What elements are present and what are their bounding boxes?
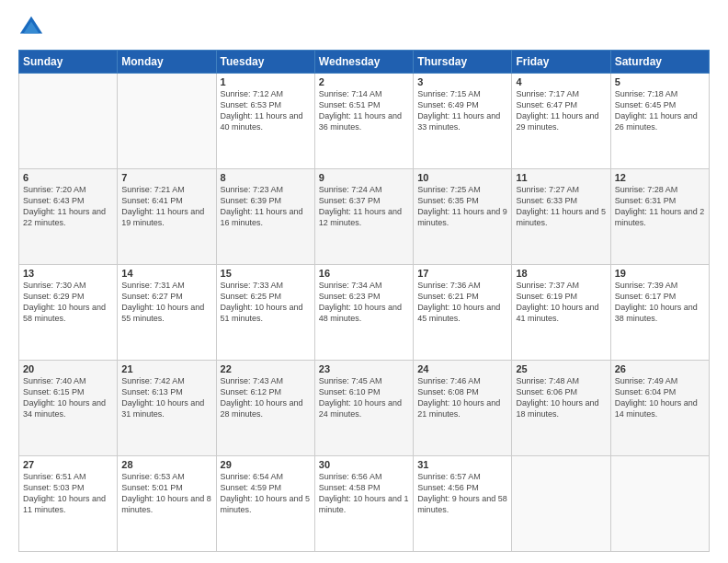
day-info: Sunrise: 7:36 AMSunset: 6:21 PMDaylight:… <box>417 280 507 325</box>
calendar-cell: 9Sunrise: 7:24 AMSunset: 6:37 PMDaylight… <box>314 169 413 265</box>
day-info: Sunrise: 6:51 AMSunset: 5:03 PMDaylight:… <box>23 471 113 516</box>
calendar-cell: 28Sunrise: 6:53 AMSunset: 5:01 PMDayligh… <box>118 456 216 552</box>
day-info: Sunrise: 7:18 AMSunset: 6:45 PMDaylight:… <box>615 88 705 133</box>
day-info: Sunrise: 7:15 AMSunset: 6:49 PMDaylight:… <box>417 88 507 133</box>
day-info: Sunrise: 7:24 AMSunset: 6:37 PMDaylight:… <box>319 184 409 229</box>
day-number: 30 <box>319 459 409 470</box>
calendar-cell <box>118 74 216 169</box>
calendar-cell: 2Sunrise: 7:14 AMSunset: 6:51 PMDaylight… <box>314 74 413 169</box>
day-info: Sunrise: 7:49 AMSunset: 6:04 PMDaylight:… <box>615 375 705 420</box>
day-number: 13 <box>23 268 113 279</box>
calendar-weekday-tuesday: Tuesday <box>216 51 314 74</box>
calendar-cell: 15Sunrise: 7:33 AMSunset: 6:25 PMDayligh… <box>216 265 314 361</box>
day-info: Sunrise: 7:40 AMSunset: 6:15 PMDaylight:… <box>23 375 113 420</box>
page: SundayMondayTuesdayWednesdayThursdayFrid… <box>0 0 728 563</box>
day-info: Sunrise: 7:30 AMSunset: 6:29 PMDaylight:… <box>23 280 113 325</box>
header <box>18 15 710 40</box>
calendar-cell: 27Sunrise: 6:51 AMSunset: 5:03 PMDayligh… <box>19 456 118 552</box>
calendar-cell: 29Sunrise: 6:54 AMSunset: 4:59 PMDayligh… <box>216 456 314 552</box>
day-number: 29 <box>221 459 311 470</box>
day-number: 15 <box>221 268 311 279</box>
day-number: 24 <box>417 363 507 374</box>
day-number: 21 <box>121 363 211 374</box>
calendar-cell: 8Sunrise: 7:23 AMSunset: 6:39 PMDaylight… <box>216 169 314 265</box>
calendar-weekday-monday: Monday <box>118 51 216 74</box>
calendar-table: SundayMondayTuesdayWednesdayThursdayFrid… <box>18 50 710 552</box>
calendar-cell: 3Sunrise: 7:15 AMSunset: 6:49 PMDaylight… <box>414 74 512 169</box>
calendar-cell: 12Sunrise: 7:28 AMSunset: 6:31 PMDayligh… <box>610 169 709 265</box>
day-number: 9 <box>319 172 409 183</box>
day-info: Sunrise: 7:21 AMSunset: 6:41 PMDaylight:… <box>121 184 211 229</box>
day-info: Sunrise: 6:57 AMSunset: 4:56 PMDaylight:… <box>417 471 507 516</box>
calendar-cell: 26Sunrise: 7:49 AMSunset: 6:04 PMDayligh… <box>610 361 709 456</box>
calendar-cell: 20Sunrise: 7:40 AMSunset: 6:15 PMDayligh… <box>19 361 118 456</box>
day-number: 1 <box>221 76 311 87</box>
day-info: Sunrise: 7:43 AMSunset: 6:12 PMDaylight:… <box>221 375 311 420</box>
calendar-cell: 31Sunrise: 6:57 AMSunset: 4:56 PMDayligh… <box>414 456 512 552</box>
calendar-weekday-wednesday: Wednesday <box>314 51 413 74</box>
calendar-cell: 1Sunrise: 7:12 AMSunset: 6:53 PMDaylight… <box>216 74 314 169</box>
calendar-cell: 5Sunrise: 7:18 AMSunset: 6:45 PMDaylight… <box>610 74 709 169</box>
calendar-week-row: 1Sunrise: 7:12 AMSunset: 6:53 PMDaylight… <box>19 74 710 169</box>
calendar-cell: 14Sunrise: 7:31 AMSunset: 6:27 PMDayligh… <box>118 265 216 361</box>
calendar-header-row: SundayMondayTuesdayWednesdayThursdayFrid… <box>19 51 710 74</box>
day-info: Sunrise: 7:34 AMSunset: 6:23 PMDaylight:… <box>319 280 409 325</box>
calendar-cell: 18Sunrise: 7:37 AMSunset: 6:19 PMDayligh… <box>512 265 610 361</box>
day-number: 26 <box>615 363 705 374</box>
calendar-weekday-saturday: Saturday <box>610 51 709 74</box>
day-info: Sunrise: 7:42 AMSunset: 6:13 PMDaylight:… <box>121 375 211 420</box>
day-number: 22 <box>221 363 311 374</box>
calendar-cell: 21Sunrise: 7:42 AMSunset: 6:13 PMDayligh… <box>118 361 216 456</box>
logo <box>18 15 48 40</box>
calendar-cell: 17Sunrise: 7:36 AMSunset: 6:21 PMDayligh… <box>414 265 512 361</box>
calendar-weekday-sunday: Sunday <box>19 51 118 74</box>
calendar-cell: 23Sunrise: 7:45 AMSunset: 6:10 PMDayligh… <box>314 361 413 456</box>
day-info: Sunrise: 7:12 AMSunset: 6:53 PMDaylight:… <box>221 88 311 133</box>
calendar-cell: 11Sunrise: 7:27 AMSunset: 6:33 PMDayligh… <box>512 169 610 265</box>
calendar-cell: 30Sunrise: 6:56 AMSunset: 4:58 PMDayligh… <box>314 456 413 552</box>
calendar-weekday-friday: Friday <box>512 51 610 74</box>
day-number: 10 <box>417 172 507 183</box>
day-info: Sunrise: 7:31 AMSunset: 6:27 PMDaylight:… <box>121 280 211 325</box>
calendar-cell: 25Sunrise: 7:48 AMSunset: 6:06 PMDayligh… <box>512 361 610 456</box>
day-info: Sunrise: 7:46 AMSunset: 6:08 PMDaylight:… <box>417 375 507 420</box>
day-info: Sunrise: 7:23 AMSunset: 6:39 PMDaylight:… <box>221 184 311 229</box>
calendar-cell <box>512 456 610 552</box>
calendar-cell: 4Sunrise: 7:17 AMSunset: 6:47 PMDaylight… <box>512 74 610 169</box>
calendar-cell: 10Sunrise: 7:25 AMSunset: 6:35 PMDayligh… <box>414 169 512 265</box>
day-number: 4 <box>516 76 606 87</box>
day-number: 14 <box>121 268 211 279</box>
day-info: Sunrise: 7:20 AMSunset: 6:43 PMDaylight:… <box>23 184 113 229</box>
day-info: Sunrise: 7:28 AMSunset: 6:31 PMDaylight:… <box>615 184 705 229</box>
calendar-cell: 24Sunrise: 7:46 AMSunset: 6:08 PMDayligh… <box>414 361 512 456</box>
day-number: 11 <box>516 172 606 183</box>
day-number: 23 <box>319 363 409 374</box>
calendar-week-row: 6Sunrise: 7:20 AMSunset: 6:43 PMDaylight… <box>19 169 710 265</box>
calendar-cell <box>19 74 118 169</box>
day-info: Sunrise: 7:27 AMSunset: 6:33 PMDaylight:… <box>516 184 606 229</box>
day-number: 25 <box>516 363 606 374</box>
day-number: 2 <box>319 76 409 87</box>
day-number: 6 <box>23 172 113 183</box>
day-number: 31 <box>417 459 507 470</box>
day-number: 19 <box>615 268 705 279</box>
day-info: Sunrise: 7:14 AMSunset: 6:51 PMDaylight:… <box>319 88 409 133</box>
day-number: 20 <box>23 363 113 374</box>
calendar-cell: 6Sunrise: 7:20 AMSunset: 6:43 PMDaylight… <box>19 169 118 265</box>
day-number: 18 <box>516 268 606 279</box>
calendar-cell: 16Sunrise: 7:34 AMSunset: 6:23 PMDayligh… <box>314 265 413 361</box>
day-info: Sunrise: 7:33 AMSunset: 6:25 PMDaylight:… <box>221 280 311 325</box>
day-number: 12 <box>615 172 705 183</box>
day-number: 7 <box>121 172 211 183</box>
calendar-cell: 19Sunrise: 7:39 AMSunset: 6:17 PMDayligh… <box>610 265 709 361</box>
day-info: Sunrise: 7:37 AMSunset: 6:19 PMDaylight:… <box>516 280 606 325</box>
calendar-week-row: 20Sunrise: 7:40 AMSunset: 6:15 PMDayligh… <box>19 361 710 456</box>
calendar-weekday-thursday: Thursday <box>414 51 512 74</box>
day-number: 27 <box>23 459 113 470</box>
day-info: Sunrise: 7:48 AMSunset: 6:06 PMDaylight:… <box>516 375 606 420</box>
day-info: Sunrise: 6:53 AMSunset: 5:01 PMDaylight:… <box>121 471 211 516</box>
day-info: Sunrise: 7:45 AMSunset: 6:10 PMDaylight:… <box>319 375 409 420</box>
calendar-cell <box>610 456 709 552</box>
day-number: 16 <box>319 268 409 279</box>
logo-icon <box>18 15 44 40</box>
